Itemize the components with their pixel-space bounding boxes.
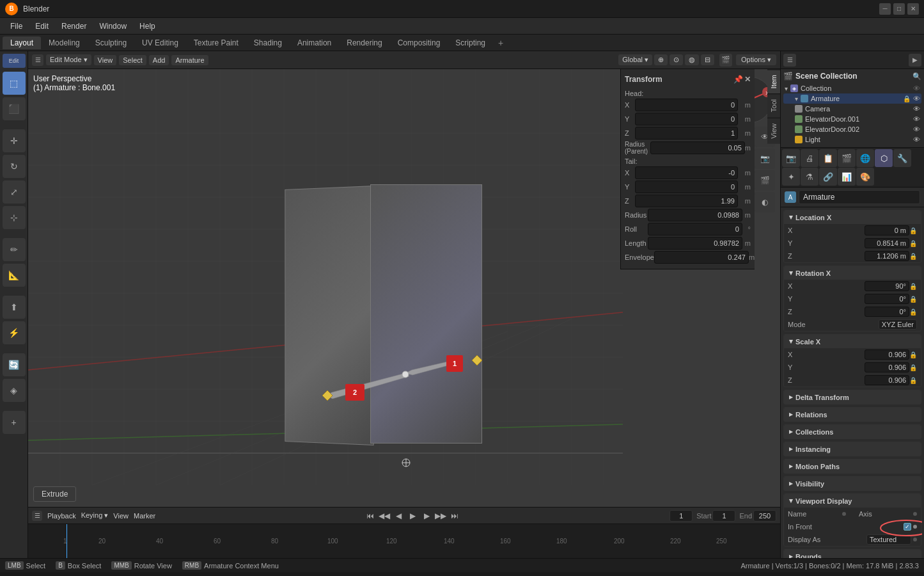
envelope-input[interactable] <box>654 251 749 264</box>
tail-radius-input[interactable] <box>648 209 742 221</box>
tool-roll[interactable]: 🔄 <box>3 353 26 376</box>
location-header[interactable]: ▾ Location X <box>784 211 921 224</box>
rotation-x-lock[interactable]: 🔒 <box>909 283 917 290</box>
radius-parent-input[interactable] <box>650 141 745 154</box>
scale-y-lock[interactable]: 🔒 <box>909 364 917 371</box>
transform-pin[interactable]: 📌 <box>733 75 743 84</box>
proportional-toggle[interactable]: ⊙ <box>670 54 683 65</box>
view-dropdown[interactable]: View <box>113 512 129 520</box>
playback-dropdown[interactable]: Playback <box>47 512 76 520</box>
rotation-y-lock[interactable]: 🔒 <box>909 296 917 303</box>
menu-render[interactable]: Render <box>56 20 91 32</box>
elevatordoor2-scene-item[interactable]: ElevatorDoor.002 👁 <box>783 124 921 134</box>
timeline-menu-btn[interactable]: ☰ <box>32 511 42 521</box>
viewport[interactable]: 2 1 User Perspective (1) Armature : Bone… <box>28 69 780 507</box>
xray-toggle[interactable]: ⊟ <box>701 54 714 65</box>
relations-header[interactable]: ▸ Relations <box>784 408 921 421</box>
scale-header[interactable]: ▾ Scale X <box>784 335 921 348</box>
scale-z-lock[interactable]: 🔒 <box>909 377 917 384</box>
prop-tab-object[interactable]: ⬡ <box>875 149 893 167</box>
tool-annotate[interactable]: ✏ <box>3 238 26 261</box>
item-tab[interactable]: Item <box>767 69 780 93</box>
tab-sculpting[interactable]: Sculpting <box>88 36 134 49</box>
bounds-header[interactable]: ▸ Bounds <box>784 550 921 558</box>
prop-tab-render[interactable]: 📷 <box>782 149 800 167</box>
length-input[interactable] <box>648 237 742 250</box>
prop-tab-material[interactable]: 🎨 <box>856 168 874 186</box>
collection-visibility[interactable]: 👁 <box>913 84 920 92</box>
tool-rotate[interactable]: ↻ <box>3 155 26 178</box>
location-y-lock[interactable]: 🔒 <box>909 240 917 247</box>
view-tab[interactable]: View <box>767 118 780 144</box>
jump-start-btn[interactable]: ⏮ <box>364 509 377 522</box>
select-menu[interactable]: Select <box>119 55 146 65</box>
menu-window[interactable]: Window <box>94 20 132 32</box>
rotation-z-value[interactable]: 0° <box>865 307 909 317</box>
options-button[interactable]: Options ▾ <box>736 54 776 65</box>
location-x-value[interactable]: 0 m <box>865 225 909 236</box>
3d-cursor[interactable] <box>401 458 411 468</box>
tab-rendering[interactable]: Rendering <box>339 36 389 49</box>
start-frame-input[interactable] <box>712 510 735 522</box>
close-button[interactable]: ✕ <box>907 3 919 15</box>
armature-scene-item[interactable]: ▾ Armature 🔒 👁 <box>783 93 921 104</box>
scale-y-value[interactable]: 0.906 <box>865 362 909 372</box>
prop-tab-view-layer[interactable]: 📋 <box>819 149 837 167</box>
menu-file[interactable]: File <box>5 20 27 32</box>
axis-dot[interactable] <box>913 512 917 516</box>
tail-x-input[interactable] <box>635 166 738 179</box>
tail-z-input[interactable] <box>635 195 738 207</box>
add-workspace-button[interactable]: + <box>493 36 508 50</box>
mode-dropdown[interactable]: Edit Mode ▾ <box>46 54 91 65</box>
prop-tab-output[interactable]: 🖨 <box>801 149 818 167</box>
add-menu[interactable]: Add <box>149 55 169 65</box>
name-dot[interactable] <box>842 512 846 516</box>
end-frame-input[interactable] <box>753 510 776 522</box>
snap-toggle[interactable]: ⊕ <box>654 54 668 65</box>
maximize-button[interactable]: □ <box>893 3 905 15</box>
light-visibility[interactable]: 👁 <box>913 136 920 143</box>
extrude-button[interactable]: Extrude <box>33 486 76 502</box>
tool-extrude-bones[interactable]: ⬆ <box>3 296 26 319</box>
props-filter[interactable]: ▶ <box>909 54 921 67</box>
global-dropdown[interactable]: Global ▾ <box>618 54 652 65</box>
scale-z-value[interactable]: 0.906 <box>865 375 909 385</box>
visibility-header[interactable]: ▸ Visibility <box>784 477 921 490</box>
tab-shading[interactable]: Shading <box>246 36 290 49</box>
props-panel-menu[interactable]: ☰ <box>783 54 796 67</box>
object-name-input[interactable] <box>799 190 920 204</box>
prop-tab-modifiers[interactable]: 🔧 <box>893 149 911 167</box>
view-render-btn[interactable]: 🎬 <box>755 170 775 191</box>
current-frame-input[interactable] <box>670 510 693 522</box>
marker-dropdown[interactable]: Marker <box>134 512 155 520</box>
camera-scene-item[interactable]: Camera 👁 <box>783 104 921 114</box>
tab-scripting[interactable]: Scripting <box>448 36 493 49</box>
prev-frame-btn[interactable]: ◀ <box>392 509 405 522</box>
keying-dropdown[interactable]: Keying ▾ <box>81 511 109 520</box>
armature-menu[interactable]: Armature <box>171 55 208 65</box>
in-front-checkbox[interactable]: ✓ <box>904 523 911 531</box>
play-btn[interactable]: ▶ <box>406 509 419 522</box>
collection-row[interactable]: ▾ ◈ Collection 👁 <box>783 83 921 93</box>
overlay-toggle[interactable]: ◍ <box>685 54 699 65</box>
camera-visibility[interactable]: 👁 <box>913 105 920 113</box>
scale-x-lock[interactable]: 🔒 <box>909 351 917 358</box>
view-shade-toggle[interactable]: ◐ <box>755 192 775 212</box>
jump-end-btn[interactable]: ⏭ <box>448 509 461 522</box>
elevatordoor1-visibility[interactable]: 👁 <box>913 115 920 123</box>
prop-tab-data[interactable]: 📊 <box>838 168 856 186</box>
in-front-dot[interactable] <box>913 525 917 529</box>
scale-x-value[interactable]: 0.906 <box>865 349 909 360</box>
menu-help[interactable]: Help <box>134 20 161 32</box>
tool-subdivide[interactable]: ⚡ <box>3 321 26 344</box>
rotation-z-lock[interactable]: 🔒 <box>909 308 917 316</box>
tab-compositing[interactable]: Compositing <box>390 36 448 49</box>
view-menu[interactable]: View <box>94 55 117 65</box>
rotation-mode-dropdown[interactable]: XYZ Euler <box>879 319 917 330</box>
location-z-lock[interactable]: 🔒 <box>909 253 917 260</box>
head-y-input[interactable] <box>635 113 738 125</box>
head-z-input[interactable] <box>635 127 738 140</box>
display-as-dot[interactable] <box>913 538 917 541</box>
prev-keyframe-btn[interactable]: ◀◀ <box>378 509 391 522</box>
armature-restrict[interactable]: 🔒 <box>903 95 911 102</box>
